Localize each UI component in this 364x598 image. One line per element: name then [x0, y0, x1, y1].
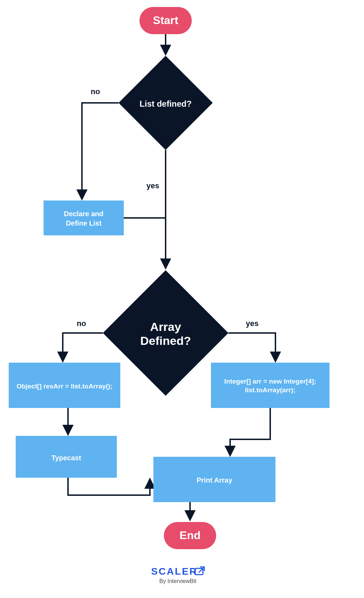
- print-label: Print Array: [197, 476, 233, 484]
- typecast-node: Typecast: [16, 436, 117, 478]
- svg-rect-2: [44, 200, 124, 235]
- edge-d2-yes: [228, 333, 275, 361]
- edge-d1-no-label: no: [91, 87, 100, 96]
- flowchart-canvas: Start List defined? no Declare and Defin…: [0, 0, 364, 598]
- declare-line1: Declare and: [64, 210, 103, 218]
- edge-d2-no-label: no: [77, 319, 86, 328]
- decision1-label: List defined?: [139, 99, 191, 108]
- object-array-node: Object[] resArr = list.toArray();: [9, 363, 120, 408]
- svg-rect-6: [211, 363, 329, 408]
- footer-brand: SCALER By InterviewBit: [151, 566, 204, 584]
- edge-d2-yes-label: yes: [246, 319, 259, 328]
- start-node: Start: [139, 7, 192, 34]
- intarr-line2: list.toArray(arr);: [245, 386, 296, 394]
- print-array-node: Print Array: [153, 457, 275, 502]
- declare-define-node: Declare and Define List: [44, 200, 124, 235]
- decision-list-defined: List defined?: [119, 56, 213, 150]
- brand-sub-text: By InterviewBit: [159, 578, 196, 584]
- integer-array-node: Integer[] arr = new Integer[4]; list.toA…: [211, 363, 329, 408]
- decision2-line2: Defined?: [140, 334, 191, 347]
- brand-text: SCALER: [151, 566, 197, 577]
- objarr-label: Object[] resArr = list.toArray();: [16, 383, 112, 390]
- decision-array-defined: Array Defined?: [103, 270, 228, 396]
- declare-line2: Define List: [66, 219, 102, 227]
- end-label: End: [180, 529, 200, 542]
- edge-typecast-print: [68, 478, 150, 495]
- typecast-label: Typecast: [51, 454, 81, 462]
- start-label: Start: [153, 14, 179, 27]
- decision2-line1: Array: [150, 320, 181, 333]
- edge-int-print: [230, 408, 270, 455]
- edge-d1-yes-label: yes: [146, 181, 159, 190]
- edge-d2-no: [63, 333, 103, 361]
- intarr-line1: Integer[] arr = new Integer[4];: [224, 378, 316, 385]
- edge-d1-no: [82, 103, 119, 199]
- end-node: End: [164, 522, 216, 549]
